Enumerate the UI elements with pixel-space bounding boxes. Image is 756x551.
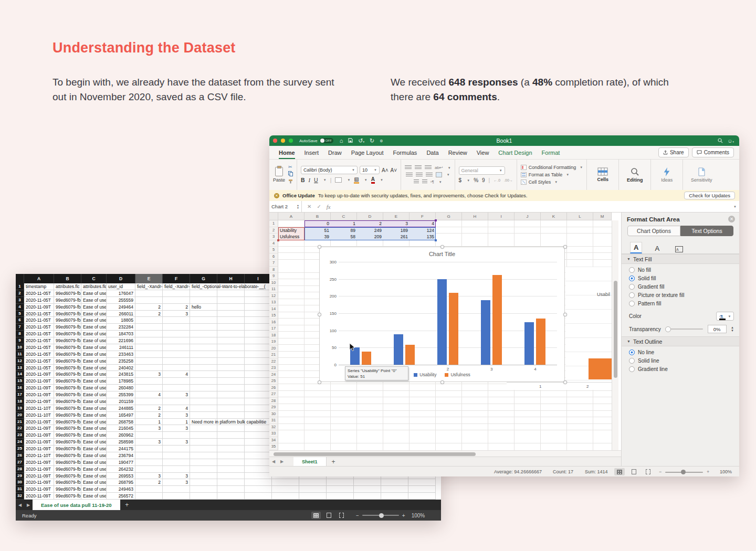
cell-styles-button[interactable]: Cell Styles▼: [521, 179, 583, 185]
row-header-32[interactable]: 32: [16, 493, 24, 500]
row-header-6[interactable]: 6: [16, 317, 24, 324]
data-cell[interactable]: 2: [135, 311, 163, 317]
data-cell[interactable]: [381, 486, 408, 493]
data-cell[interactable]: [163, 290, 190, 297]
data-cell[interactable]: 4: [163, 371, 190, 378]
column-header-L[interactable]: L: [567, 213, 593, 220]
data-cell[interactable]: 99ed6079-fb: [54, 311, 81, 317]
data-cell[interactable]: 99ed6079-fb: [54, 459, 81, 466]
data-cell[interactable]: [135, 452, 163, 459]
row-header-11[interactable]: 11: [269, 286, 278, 293]
data-cell[interactable]: 3: [163, 473, 190, 480]
data-cell[interactable]: [354, 493, 381, 500]
page-break-view-icon[interactable]: [337, 512, 346, 519]
data-cell[interactable]: [245, 405, 272, 412]
row-header-18[interactable]: 18: [16, 398, 24, 405]
row-header-28[interactable]: 28: [269, 398, 278, 405]
row-header-23[interactable]: 23: [269, 365, 278, 372]
font-color-icon[interactable]: A: [371, 176, 375, 184]
row-header-17[interactable]: 17: [16, 391, 24, 398]
row-header-9[interactable]: 9: [269, 273, 278, 280]
row-header-21[interactable]: 21: [269, 352, 278, 358]
account-smiley-icon[interactable]: ☺▾: [727, 138, 734, 144]
data-cell[interactable]: [217, 405, 245, 412]
data-cell[interactable]: [163, 466, 190, 473]
row-header-27[interactable]: 27: [16, 459, 24, 466]
normal-view-icon[interactable]: [614, 468, 625, 475]
row-header-7[interactable]: 7: [16, 324, 24, 331]
data-cell[interactable]: 99ed6079-fb: [54, 304, 81, 311]
row-header-12[interactable]: 12: [16, 358, 24, 365]
text-fill-section-header[interactable]: ▼Text Fill: [622, 254, 739, 264]
data-cell[interactable]: 99ed6079-fb: [54, 446, 81, 452]
text-fill-tab-icon[interactable]: A: [630, 242, 642, 253]
tab-view[interactable]: View: [477, 146, 489, 160]
data-cell[interactable]: [245, 378, 272, 385]
data-cell[interactable]: 2020-11-09T: [24, 391, 54, 398]
data-cell[interactable]: [135, 297, 163, 304]
data-cell[interactable]: 2020-11-09T: [24, 439, 54, 446]
tab-review[interactable]: Review: [448, 146, 467, 160]
data-cell[interactable]: 2020-11-09T: [24, 486, 54, 493]
row-header-8[interactable]: 8: [16, 331, 24, 337]
data-cell[interactable]: [190, 371, 217, 378]
legend-item-usability[interactable]: Usability: [414, 372, 436, 377]
data-cell[interactable]: [135, 446, 163, 452]
data-cell[interactable]: [217, 473, 245, 480]
bar-usfulness-2[interactable]: [449, 293, 458, 365]
header-cell[interactable]: field_-Optional-Want-to-elaborate-__(: [190, 283, 217, 290]
data-cell[interactable]: 2020-11-09T: [24, 419, 54, 426]
align-left-icon[interactable]: [406, 173, 413, 177]
chart-selection-handle[interactable]: [563, 245, 567, 249]
check-for-updates-button[interactable]: Check for Updates: [684, 192, 735, 199]
data-cell[interactable]: [190, 412, 217, 419]
data-cell[interactable]: 266011: [107, 311, 135, 317]
data-cell[interactable]: [135, 493, 163, 500]
row-header-10[interactable]: 10: [16, 344, 24, 351]
data-cell[interactable]: [245, 473, 272, 480]
data-cell[interactable]: [327, 486, 354, 493]
data-cell[interactable]: Ease of use b: [81, 371, 107, 378]
data-cell[interactable]: [163, 486, 190, 493]
legend-item-usfulness[interactable]: Usfulness: [445, 372, 470, 377]
data-cell[interactable]: Ease of use b: [81, 365, 107, 372]
share-button[interactable]: Share: [658, 147, 689, 157]
data-cell[interactable]: 240402: [107, 365, 135, 372]
data-cell[interactable]: 2020-11-05T: [24, 365, 54, 372]
data-cell[interactable]: [245, 425, 272, 432]
data-cell[interactable]: [217, 324, 245, 331]
data-cell[interactable]: 258598: [107, 439, 135, 446]
row-header-1[interactable]: 1: [269, 220, 278, 227]
data-cell[interactable]: [190, 493, 217, 500]
row-header-14[interactable]: 14: [269, 306, 278, 313]
header-cell[interactable]: attributes.flc: [81, 283, 107, 290]
data-cell[interactable]: 233463: [107, 351, 135, 358]
data-cell[interactable]: Ease of use b: [81, 412, 107, 419]
data-cell[interactable]: [217, 344, 245, 351]
data-cell[interactable]: [163, 358, 190, 365]
sheet-next-icon[interactable]: ▶: [24, 503, 33, 507]
data-cell[interactable]: [217, 311, 245, 317]
data-cell[interactable]: [135, 344, 163, 351]
range-handle[interactable]: [277, 239, 279, 241]
data-cell[interactable]: [135, 398, 163, 405]
data-cell[interactable]: 2020-11-05T: [24, 351, 54, 358]
data-cell[interactable]: [135, 324, 163, 331]
data-cell[interactable]: [163, 378, 190, 385]
fill-color-icon[interactable]: ▧: [354, 176, 359, 184]
data-cell[interactable]: [245, 432, 272, 439]
data-cell[interactable]: 3: [135, 425, 163, 432]
row-header-26[interactable]: 26: [269, 385, 278, 391]
data-cell[interactable]: Ease of use b: [81, 297, 107, 304]
row-header-33[interactable]: 33: [269, 430, 278, 437]
zoom-in-icon[interactable]: +: [402, 513, 405, 518]
data-cell[interactable]: [245, 486, 272, 493]
data-cell[interactable]: Ease of use b: [81, 419, 107, 426]
data-cell[interactable]: 99ed6079-fb: [54, 452, 81, 459]
data-cell[interactable]: 2020-11-09T: [24, 479, 54, 486]
data-cell[interactable]: [190, 351, 217, 358]
data-cell[interactable]: [245, 466, 272, 473]
radio-option-no-fill[interactable]: No fill: [629, 267, 739, 273]
data-cell[interactable]: Ease of use b: [81, 493, 107, 500]
data-cell[interactable]: 246111: [107, 344, 135, 351]
